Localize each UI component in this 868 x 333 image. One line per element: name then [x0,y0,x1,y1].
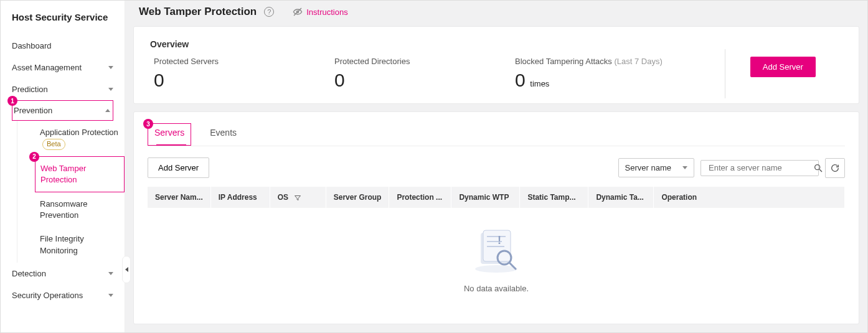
sidebar-item-label: Detection [12,269,46,278]
help-icon[interactable]: ? [264,7,274,17]
instructions-label: Instructions [306,7,347,17]
stat-label: Blocked Tampering Attacks (Last 7 Days) [515,57,663,66]
page-title: Web Tamper Protection [139,6,257,18]
overview-actions: Add Server [750,57,816,77]
sidebar-item-label: Application Protection [40,128,118,137]
sidebar-item-label: Prevention [14,106,52,115]
sidebar-title: Host Security Service [1,8,125,35]
page-header: Web Tamper Protection ? Instructions [125,1,867,27]
sidebar-item-asset-management[interactable]: Asset Management [1,57,125,78]
empty-state: ! No data available. [148,208,845,297]
col-static-tampering[interactable]: Static Tamp... [520,187,588,208]
chevron-left-icon [125,267,128,272]
beta-badge: Beta [42,139,65,149]
sidebar-item-security-operations[interactable]: Security Operations [1,284,125,306]
sidebar-item-dashboard[interactable]: Dashboard [1,35,125,57]
toolbar: Add Server Server name [148,157,845,178]
svg-text:!: ! [498,234,501,246]
instructions-link[interactable]: Instructions [293,7,347,17]
callout-badge-2: 2 [29,152,39,162]
sidebar-item-label: Prediction [12,85,48,94]
tab-label: Servers [154,128,184,138]
col-server-group[interactable]: Server Group [326,187,389,208]
col-os[interactable]: OS [270,187,326,208]
col-label: OS [278,193,288,202]
refresh-icon [830,163,840,173]
add-server-button-toolbar[interactable]: Add Server [148,157,209,178]
vertical-divider [725,49,725,98]
sidebar-item-label: Ransomware Prevention [40,199,88,220]
empty-text: No data available. [148,284,845,293]
servers-panel: Servers 3 Events Add Server Server name [134,112,859,324]
overview-card: Overview Protected Servers 0 Protected D… [134,27,859,103]
chevron-down-icon [108,66,113,69]
col-dynamic-wtp[interactable]: Dynamic WTP [451,187,520,208]
add-server-button[interactable]: Add Server [750,57,816,77]
stat-blocked-attacks: Blocked Tampering Attacks (Last 7 Days) … [515,57,663,91]
sidebar: Host Security Service Dashboard Asset Ma… [1,1,125,332]
col-ip-address[interactable]: IP Address [210,187,270,208]
search-icon[interactable] [813,163,823,173]
stat-unit: times [530,79,549,88]
search-input-wrap [701,160,819,176]
stat-sublabel: (Last 7 Days) [614,57,662,66]
col-server-name[interactable]: Server Nam... [148,187,210,208]
tab-bar: Servers 3 Events [148,123,845,146]
stat-protected-directories: Protected Directories 0 [334,57,459,91]
refresh-button[interactable] [825,158,845,178]
empty-illustration-icon: ! [148,224,845,274]
tab-events[interactable]: Events [209,124,238,145]
sidebar-item-label: Dashboard [12,41,52,50]
sidebar-item-prediction[interactable]: Prediction [1,78,125,100]
chevron-down-icon [108,272,113,275]
select-value: Server name [625,163,671,172]
sidebar-item-label: File Integrity Monitoring [40,234,84,255]
callout-badge-3: 3 [143,119,153,129]
tab-servers[interactable]: Servers 3 [148,123,191,146]
eye-off-icon [293,7,303,17]
sidebar-item-prevention[interactable]: Prevention 1 [12,100,113,121]
stat-label: Protected Directories [334,57,459,66]
svg-point-2 [815,164,820,169]
sidebar-item-label: Web Tamper Protection [40,164,86,184]
stat-value: 0 [154,70,164,90]
filter-icon [294,194,301,202]
sidebar-item-label: Asset Management [12,63,82,72]
sidebar-item-ransomware-prevention[interactable]: Ransomware Prevention [35,192,125,227]
stat-value: 0 [515,70,526,90]
callout-badge-1: 1 [7,96,17,106]
chevron-up-icon [105,109,110,112]
chevron-down-icon [108,294,113,297]
servers-table: Server Nam... IP Address OS Server Group… [148,187,845,208]
sidebar-item-web-tamper-protection[interactable]: Web Tamper Protection 2 [35,156,125,192]
stat-label: Protected Servers [154,57,278,66]
chevron-down-icon [682,166,687,169]
svg-line-3 [819,169,822,172]
main-content: Web Tamper Protection ? Instructions Ove… [125,1,867,332]
sidebar-item-detection[interactable]: Detection [1,263,125,284]
tab-underline [156,144,186,146]
chevron-down-icon [108,88,113,91]
sidebar-item-application-protection[interactable]: Application Protection Beta [35,121,125,156]
col-operation[interactable]: Operation [654,187,845,208]
search-input[interactable] [709,163,813,172]
filter-field-select[interactable]: Server name [618,158,694,177]
overview-heading: Overview [150,39,842,49]
sidebar-item-file-integrity-monitoring[interactable]: File Integrity Monitoring [35,227,125,262]
sidebar-collapse-handle[interactable] [122,256,131,283]
svg-point-4 [475,265,517,273]
col-protection[interactable]: Protection ... [389,187,451,208]
sidebar-item-label: Security Operations [12,291,83,300]
col-dynamic-tampering[interactable]: Dynamic Ta... [588,187,654,208]
stat-protected-servers: Protected Servers 0 [154,57,278,91]
tab-label: Events [210,128,237,138]
stat-value: 0 [334,70,345,90]
